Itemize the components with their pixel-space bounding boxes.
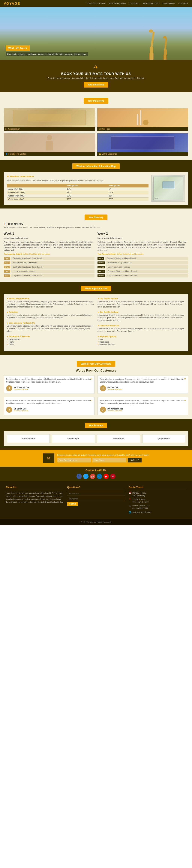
tip-item: ● Payment OptionsVisaMastercardAmerican … (98, 335, 185, 346)
day-row: DAY 14 Captivate Skateboard Dolor Branch (98, 274, 188, 277)
book-section: ✈ BOOK YOUR ULTIMATE TOUR WITH US Enjoy … (0, 60, 192, 92)
weather-table-row: Autumn (Mar - May)22°C36°F (7, 194, 149, 197)
author-avatar: J (6, 407, 12, 413)
week1-intro: Lorem ipsum dolor sit amet (4, 237, 94, 240)
weather-col-season (7, 184, 66, 187)
nav-tour-inclusions[interactable]: TOUR INCLUSIONS (87, 2, 106, 5)
contact-text: Monday - FridaySat: Tentatively (132, 492, 146, 497)
testimonial-author: J Ms. Jen Doe Tourisme Specialist (100, 385, 186, 391)
nav-weather[interactable]: WEATHER & MAP (109, 2, 126, 5)
footer-contact-col: Get In Touch ⏰ Monday - FridaySat: Tenta… (129, 486, 186, 515)
week1-col: Week 1 Lorem ipsum dolor sit amet Proin … (4, 232, 94, 278)
weather-button[interactable]: Weather Information & Location Map (72, 163, 120, 169)
nav-community[interactable]: COMMUNITY (163, 2, 176, 5)
weeks-grid: Week 1 Lorem ipsum dolor sit amet Proin … (4, 232, 188, 278)
week1-delight: Tour Agency delight: Coffee, Breakfast a… (4, 253, 94, 255)
footer-contact-item: 🌐 www.yourwebsite.com (129, 511, 186, 514)
footer-submit-button[interactable]: Submit (67, 502, 78, 506)
testimonials-title: Words From Our Customers (4, 369, 188, 372)
partner-logo-themeforest[interactable]: themeforest (97, 434, 140, 443)
contact-text: 123 Next StreetYour Town, Country (132, 498, 149, 503)
day-badge: DAY 14 (98, 274, 105, 277)
weather-table-row: Winter (June - Aug)12°C58°F (7, 197, 149, 201)
testimonial-author: J Mr. Jenny Doe Tourisme Specialist (6, 407, 92, 413)
footer-about-text: Lorem ipsum dolor sit amet, consectetur … (6, 492, 63, 504)
nav-contact[interactable]: CONTACT (179, 2, 188, 5)
partners-button[interactable]: Our Partners (85, 423, 107, 428)
footer-phone-input[interactable] (67, 492, 125, 496)
day-row: DAY 5 Lorem ipsum dolor sit amet (4, 270, 94, 273)
inclusions-button[interactable]: Tour Inclusions (84, 98, 108, 104)
testimonials-section: Words From Our Customers Words From Our … (0, 355, 192, 419)
footer-email-input[interactable] (67, 497, 125, 501)
contact-text: www.yourwebsite.com (132, 511, 151, 514)
nav-tips[interactable]: IMPORTANT TIPS (143, 2, 160, 5)
mail-icon-wrap: ✉ (43, 454, 54, 463)
tip-item: ● Your Journey To Reach UsLorem ipsum do… (7, 322, 94, 333)
weather-table-row: Summer (Dec - Feb)29°C84°F (7, 191, 149, 194)
week2-col: Week 2 Lorem ipsum dolor sit amet Proin … (98, 232, 188, 278)
newsletter-email-input[interactable] (57, 458, 91, 462)
day-badge: DAY 2 (4, 261, 10, 264)
author-role: Tourisme Specialist (108, 389, 122, 390)
partner-logo-codecanyon[interactable]: codecanyon (52, 434, 95, 443)
tips-button[interactable]: Some Important Tips (81, 286, 111, 291)
testimonials-grid: " Proin interdum at ex adipisec. Donec v… (4, 375, 188, 415)
day-text: Captivate Skateboard Dolor Branch (106, 270, 188, 273)
week1-body: Proin interdum aliq ex adipisec. Donec v… (4, 241, 94, 251)
tip-list-item: Deluxe Hotels (7, 338, 94, 341)
book-button[interactable]: Tour Inclusions (84, 82, 108, 88)
book-subtitle: Enjoy the great adventure, accomodation,… (4, 77, 188, 79)
tips-grid: ● Health RequirementsLorem ipsum dolor s… (7, 297, 185, 348)
pinterest-icon[interactable]: P (110, 474, 115, 479)
tip-text: Lorem ipsum dolor sit amet, consectetur … (98, 300, 185, 308)
googleplus-icon[interactable]: g+ (90, 474, 95, 479)
week2-intro: Lorem ipsum dolor sit amet (98, 237, 188, 240)
tip-item: ● Check In/Check OutLorem ipsum dolor si… (98, 324, 185, 333)
newsletter-name-input[interactable] (92, 458, 126, 462)
inclusion-grand-label: ⭐ Grand Experience (97, 152, 188, 156)
tip-title: ● Adventure & Services (7, 335, 94, 338)
tip-list: Deluxe HotelsFlightsCafes (7, 338, 94, 346)
tips-right: ● Our Tariffs IncludeLorem ipsum dolor s… (98, 297, 185, 348)
inclusions-grid: 🛏 Accomodation 🍽 Best Food (4, 108, 188, 156)
day-badge: DAY 10 (98, 261, 105, 264)
day-text: Captivate Skateboard Dolor Branch (11, 274, 94, 277)
tip-bullet: ● (98, 335, 99, 338)
itinerary-button[interactable]: Your Itinerary (84, 215, 107, 220)
tip-bullet: ● (7, 297, 8, 300)
author-info: Ms. Jen Doe Tourisme Specialist (108, 386, 122, 390)
tip-text: Lorem ipsum dolor sit amet, consectetur … (7, 325, 94, 333)
tip-title: ● Your Journey To Reach Us (7, 322, 94, 324)
footer-questions-col: Questions? Submit (67, 486, 125, 515)
quote-mark: " (90, 377, 92, 383)
newsletter-form: Subscribe to our mailing list and get in… (57, 454, 149, 462)
weather-table-row: Spring (Mar - Nov)19°C6°F (7, 187, 149, 191)
inclusion-card-food: 🍽 Best Food (97, 108, 188, 131)
week2-delight: Tour Agency delight: Coffee, Breakfast a… (98, 253, 188, 255)
nav-itinerary[interactable]: ITINERARY (129, 2, 140, 5)
twitter-icon[interactable]: t (83, 474, 88, 479)
testimonial-author: J Mr. Jonathan Doe Tourisme Specialist (100, 407, 186, 413)
partner-logo-graphicriver[interactable]: graphicriver (142, 434, 185, 443)
testimonials-button[interactable]: Words From Our Customers (77, 361, 115, 367)
inclusion-guides-label: 👤 Friendly Tour Guides (4, 152, 95, 156)
weather-col-min: Average Min (108, 184, 149, 187)
hero-badge: Wild Life Tours (6, 45, 30, 51)
author-info: Mr. Jenny Doe Tourisme Specialist (14, 408, 28, 412)
day-text: Accumsane Terry Richardson (11, 261, 94, 265)
day-row: DAY 10 Accumsane Terry Richardson (98, 261, 188, 265)
quote-mark: " (90, 398, 92, 404)
quote-mark: " (184, 398, 186, 404)
newsletter-signup-button[interactable]: SIGN UP (128, 458, 141, 462)
food-icon: 🍽 (99, 128, 101, 130)
partners-inner: tutorialspointcodecanyonthemeforestgraph… (4, 431, 188, 446)
partner-logo-tutorialspoint[interactable]: tutorialspoint (7, 434, 50, 443)
youtube-icon[interactable]: ▶ (104, 474, 109, 479)
day-text: Lorem ipsum dolor sit amet (11, 270, 94, 273)
day-text: Captivate Skateboard Dolor Branch (106, 274, 188, 277)
facebook-icon[interactable]: f (77, 474, 82, 479)
tip-text: Lorem ipsum dolor sit amet, consectetur … (98, 328, 185, 333)
linkedin-icon[interactable]: in (97, 474, 102, 479)
tip-title: ● Payment Options (98, 335, 185, 338)
